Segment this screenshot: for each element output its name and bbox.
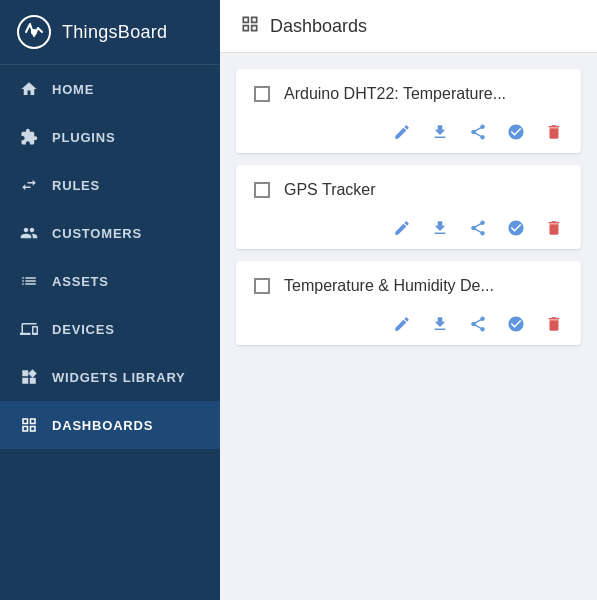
- delete-icon-2[interactable]: [545, 219, 563, 237]
- app-name: ThingsBoard: [62, 22, 167, 43]
- assign-icon-2[interactable]: [507, 219, 525, 237]
- card-title-row-2: GPS Tracker: [254, 181, 563, 199]
- assets-icon: [18, 270, 40, 292]
- plugins-icon: [18, 126, 40, 148]
- dashboards-icon: [18, 414, 40, 436]
- assign-icon-1[interactable]: [507, 123, 525, 141]
- sidebar-item-rules[interactable]: RULES: [0, 161, 220, 209]
- sidebar-item-plugins[interactable]: PLUGINS: [0, 113, 220, 161]
- download-icon-2[interactable]: [431, 219, 449, 237]
- edit-icon-3[interactable]: [393, 315, 411, 333]
- sidebar-item-dashboards[interactable]: DASHBOARDS: [0, 401, 220, 449]
- sidebar-item-label: HOME: [52, 82, 94, 97]
- card-checkbox-1[interactable]: [254, 86, 270, 102]
- sidebar-item-label: ASSETS: [52, 274, 109, 289]
- sidebar-item-label: RULES: [52, 178, 100, 193]
- delete-icon-3[interactable]: [545, 315, 563, 333]
- dashboard-card-3: Temperature & Humidity De...: [236, 261, 581, 345]
- dashboard-card-2: GPS Tracker: [236, 165, 581, 249]
- sidebar-item-label: DASHBOARDS: [52, 418, 153, 433]
- edit-icon-2[interactable]: [393, 219, 411, 237]
- sidebar-item-devices[interactable]: DEVICES: [0, 305, 220, 353]
- sidebar-item-label: CUSTOMERS: [52, 226, 142, 241]
- share-icon-3[interactable]: [469, 315, 487, 333]
- share-icon-2[interactable]: [469, 219, 487, 237]
- widgets-icon: [18, 366, 40, 388]
- card-title-2: GPS Tracker: [284, 181, 376, 199]
- sidebar-item-customers[interactable]: CUSTOMERS: [0, 209, 220, 257]
- customers-icon: [18, 222, 40, 244]
- sidebar-item-label: DEVICES: [52, 322, 115, 337]
- sidebar-item-widgets-library[interactable]: WIDGETS LIBRARY: [0, 353, 220, 401]
- main-header: Dashboards: [220, 0, 597, 53]
- svg-point-1: [31, 29, 37, 35]
- card-actions-2: [254, 215, 563, 237]
- logo-area: ThingsBoard: [0, 0, 220, 65]
- card-actions-1: [254, 119, 563, 141]
- card-checkbox-3[interactable]: [254, 278, 270, 294]
- sidebar-item-assets[interactable]: ASSETS: [0, 257, 220, 305]
- cards-area: Arduino DHT22: Temperature...: [220, 53, 597, 361]
- card-title-row-1: Arduino DHT22: Temperature...: [254, 85, 563, 103]
- devices-icon: [18, 318, 40, 340]
- card-title-1: Arduino DHT22: Temperature...: [284, 85, 506, 103]
- sidebar-item-label: WIDGETS LIBRARY: [52, 370, 186, 385]
- card-checkbox-2[interactable]: [254, 182, 270, 198]
- dashboard-card-1: Arduino DHT22: Temperature...: [236, 69, 581, 153]
- delete-icon-1[interactable]: [545, 123, 563, 141]
- download-icon-3[interactable]: [431, 315, 449, 333]
- home-icon: [18, 78, 40, 100]
- page-title: Dashboards: [270, 16, 367, 37]
- rules-icon: [18, 174, 40, 196]
- download-icon-1[interactable]: [431, 123, 449, 141]
- logo-icon: [16, 14, 52, 50]
- sidebar-item-home[interactable]: HOME: [0, 65, 220, 113]
- sidebar-item-label: PLUGINS: [52, 130, 115, 145]
- dashboards-header-icon: [240, 14, 260, 38]
- card-actions-3: [254, 311, 563, 333]
- main-content: Dashboards Arduino DHT22: Temperature...: [220, 0, 597, 600]
- share-icon-1[interactable]: [469, 123, 487, 141]
- sidebar: ThingsBoard HOME PLUGINS RULES CUSTOMERS…: [0, 0, 220, 600]
- assign-icon-3[interactable]: [507, 315, 525, 333]
- edit-icon-1[interactable]: [393, 123, 411, 141]
- card-title-3: Temperature & Humidity De...: [284, 277, 494, 295]
- card-title-row-3: Temperature & Humidity De...: [254, 277, 563, 295]
